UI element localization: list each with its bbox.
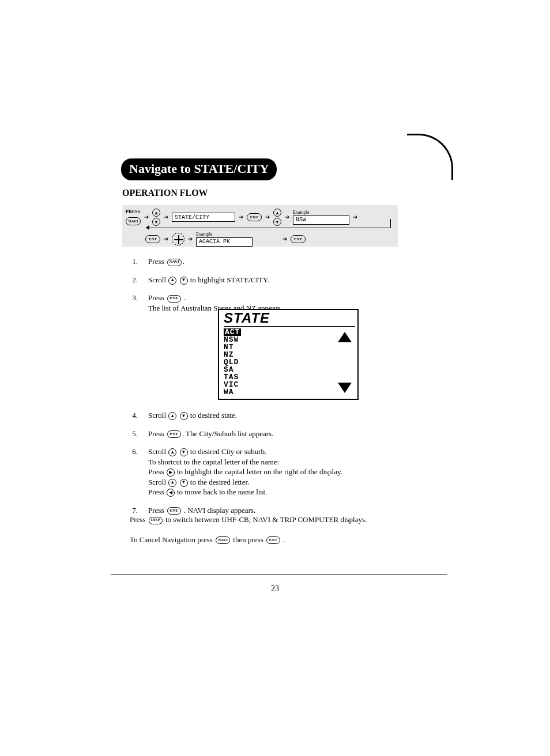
scroll-down-icon bbox=[338, 383, 352, 393]
lcd-item: WA bbox=[224, 388, 234, 396]
up-icon: ▲ bbox=[168, 277, 176, 285]
frame-corner bbox=[407, 134, 453, 180]
display-box: ACACIA PK bbox=[196, 237, 253, 247]
steps-list-2: 4. Scroll ▲ ▼ to desired state. 5. Press… bbox=[130, 410, 401, 523]
down-icon: ▼ bbox=[180, 412, 188, 420]
step-1: 1. Press NAVI. bbox=[130, 256, 401, 267]
down-icon: ▼ bbox=[180, 448, 188, 456]
press-label: PRESS NAVI bbox=[126, 210, 141, 225]
up-icon: ▲ bbox=[168, 448, 176, 456]
step-4: 4. Scroll ▲ ▼ to desired state. bbox=[130, 410, 401, 421]
flow-row-2: ENT ➔ ➔ Example ACACIA PK ➔ ENT bbox=[145, 230, 306, 248]
scroll-up-icon bbox=[338, 332, 352, 342]
footer-rule bbox=[111, 574, 447, 574]
footer-notes: Press DISP to switch between UHF-CB, NAV… bbox=[130, 514, 406, 546]
ent-button-icon: ENT bbox=[167, 430, 181, 438]
page-title-pill: Navigate to STATE/CITY bbox=[121, 158, 277, 180]
page: Navigate to STATE/CITY OPERATION FLOW PR… bbox=[0, 0, 550, 756]
arrow-right-icon: ➔ bbox=[282, 236, 287, 242]
arrow-right-icon: ➔ bbox=[164, 236, 168, 242]
step-5: 5. Press ENT. The City/Suburb list appea… bbox=[130, 429, 401, 439]
ent-button-icon: ENT bbox=[167, 295, 181, 303]
right-icon: ▶ bbox=[167, 468, 175, 477]
arrow-right-icon: ➔ bbox=[144, 214, 149, 220]
up-icon: ▲ bbox=[168, 412, 176, 420]
lcd-list: ACT NSW NT NZ QLD SA TAS VIC WA bbox=[224, 328, 241, 396]
step-2: 2. Scroll ▲ ▼ to highlight STATE/CITY. bbox=[130, 275, 401, 285]
navi-button-icon: NAVI bbox=[167, 259, 182, 266]
down-icon: ▼ bbox=[180, 277, 188, 285]
lcd-screen: STATE ACT NSW NT NZ QLD SA TAS VIC WA bbox=[218, 309, 359, 400]
ent-button-icon: ENT bbox=[291, 235, 306, 243]
ent-button-icon: ENT bbox=[145, 235, 160, 243]
section-header: OPERATION FLOW bbox=[122, 188, 208, 198]
step-6: 6. Scroll ▲ ▼ to desired City or suburb.… bbox=[130, 447, 401, 497]
left-icon: ◀ bbox=[167, 489, 175, 497]
disp-button-icon: DISP bbox=[149, 517, 163, 524]
lcd-title: STATE bbox=[224, 310, 270, 326]
navi-button-icon: NAVI bbox=[126, 217, 141, 225]
up-icon: ▲ bbox=[168, 479, 176, 487]
arrow-right-icon: ➔ bbox=[188, 236, 193, 242]
ent-button-icon: ENT bbox=[266, 536, 280, 544]
example-label: Example bbox=[293, 210, 349, 215]
dpad-icon bbox=[172, 233, 184, 245]
example-label: Example bbox=[196, 232, 253, 237]
flow-diagram: PRESS NAVI ➔ ▲▼ ➔ STATE/CITY ➔ ENT ➔ ▲▼ … bbox=[122, 205, 398, 247]
page-number: 23 bbox=[0, 584, 550, 594]
down-icon: ▼ bbox=[180, 479, 188, 487]
navi-button-icon: NAVI bbox=[216, 536, 230, 544]
flow-return-arrow bbox=[149, 219, 391, 228]
